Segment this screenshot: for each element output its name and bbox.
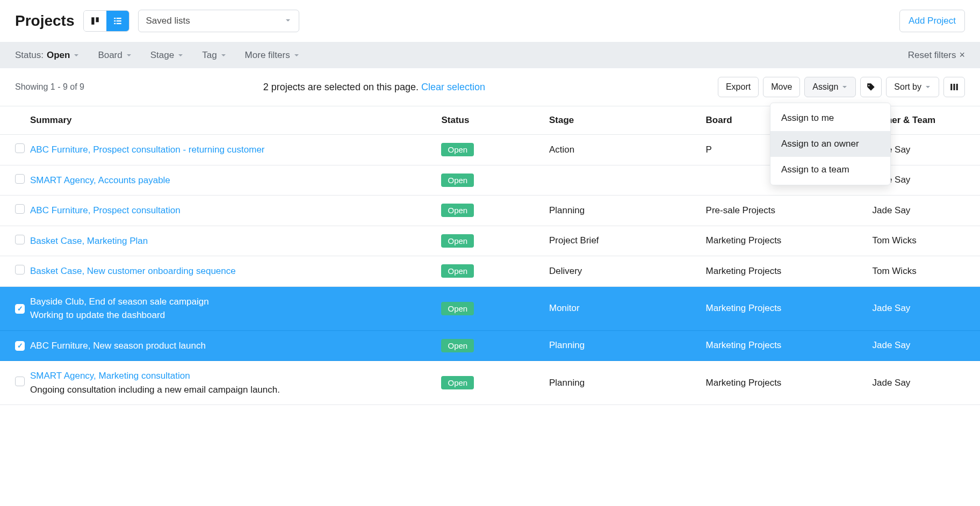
selection-count-text: 2 projects are selected on this page. [263,82,419,92]
project-summary-link[interactable]: ABC Furniture, Prospect consultation - r… [30,143,436,157]
col-stage[interactable]: Stage [549,106,706,135]
move-button[interactable]: Move [763,77,800,97]
table-row[interactable]: Bayside Club, End of season sale campaig… [0,286,980,330]
assign-label: Assign [812,82,838,92]
assign-to-team[interactable]: Assign to a team [770,157,890,183]
svg-rect-1 [96,17,98,22]
filter-more[interactable]: More filters [245,50,300,61]
project-summary-link[interactable]: SMART Agency, Accounts payable [30,174,436,187]
table-row[interactable]: ABC Furniture, New season product launch… [0,330,980,361]
svg-rect-2 [114,18,116,19]
cell-owner: Jade Say [872,196,980,226]
saved-lists-label: Saved lists [146,16,190,26]
export-button[interactable]: Export [718,77,759,97]
status-badge: Open [441,234,474,248]
board-icon [90,16,100,26]
cell-board: Pre-sale Projects [706,196,873,226]
status-badge: Open [441,204,474,217]
chevron-down-icon [126,52,132,59]
chevron-down-icon [841,84,848,90]
list-view-button[interactable] [106,11,129,31]
svg-rect-0 [91,17,94,25]
svg-rect-10 [956,84,958,90]
row-checkbox[interactable] [15,341,25,351]
project-summary-link[interactable]: SMART Agency, Marketing consultation [30,369,436,383]
project-summary-link[interactable]: Basket Case, Marketing Plan [30,234,436,248]
filter-bar: Status: Open Board Stage Tag More filter… [0,42,980,68]
row-checkbox[interactable] [15,377,25,386]
assign-to-me[interactable]: Assign to me [770,105,890,131]
add-project-button[interactable]: Add Project [899,10,965,32]
filter-status[interactable]: Status: Open [15,50,80,61]
col-summary[interactable]: Summary [30,106,441,135]
list-toolbar: Showing 1 - 9 of 9 2 projects are select… [0,68,980,106]
filter-board[interactable]: Board [98,50,132,61]
cell-owner: Jade Say [872,361,980,405]
action-buttons: Export Move Assign Sort by Assign to me … [718,77,965,97]
cell-stage [549,165,706,196]
tag-icon [866,82,876,92]
table-row[interactable]: SMART Agency, Marketing consultationOngo… [0,361,980,405]
columns-button[interactable] [943,77,965,97]
svg-rect-3 [116,18,121,19]
cell-stage: Project Brief [549,226,706,256]
row-checkbox[interactable] [15,235,25,244]
table-row[interactable]: Basket Case, New customer onboarding seq… [0,256,980,287]
assign-to-owner[interactable]: Assign to an owner [770,131,890,157]
sort-button[interactable]: Sort by [886,77,939,97]
row-checkbox[interactable] [15,265,25,274]
row-checkbox[interactable] [15,204,25,214]
filter-status-label: Status: [15,50,44,61]
svg-rect-5 [116,20,121,21]
chevron-down-icon [293,52,300,59]
filter-tag[interactable]: Tag [202,50,226,61]
close-icon: × [959,49,965,61]
project-summary-link[interactable]: ABC Furniture, New season product launch [30,339,436,353]
row-checkbox[interactable] [15,304,25,314]
filter-more-label: More filters [245,50,290,61]
status-badge: Open [441,376,474,389]
saved-lists-dropdown[interactable]: Saved lists [138,10,299,32]
project-summary-link[interactable]: ABC Furniture, Prospect consultation [30,204,436,218]
cell-owner: Tom Wicks [872,256,980,287]
cell-board: Marketing Projects [706,256,873,287]
assign-button[interactable]: Assign [804,77,856,97]
cell-stage: Action [549,135,706,165]
page-title: Projects [15,12,75,30]
view-toggle [83,10,129,32]
filter-board-label: Board [98,50,122,61]
cell-stage: Planning [549,196,706,226]
svg-rect-7 [116,23,121,24]
cell-owner: Jade Say [872,330,980,361]
cell-board: Marketing Projects [706,330,873,361]
reset-filters-button[interactable]: Reset filters × [908,49,965,61]
row-checkbox[interactable] [15,143,25,153]
col-status[interactable]: Status [441,106,549,135]
filter-stage-label: Stage [150,50,174,61]
col-check [0,106,30,135]
project-summary-link[interactable]: Basket Case, New customer onboarding seq… [30,264,436,278]
status-badge: Open [441,339,474,352]
sort-label: Sort by [894,82,921,92]
clear-selection-link[interactable]: Clear selection [421,82,485,92]
cell-board: Marketing Projects [706,286,873,330]
cell-owner: Jade Say [872,286,980,330]
row-checkbox[interactable] [15,174,25,184]
cell-board: Marketing Projects [706,226,873,256]
chevron-down-icon [220,52,227,59]
filter-stage[interactable]: Stage [150,50,184,61]
selection-message: 2 projects are selected on this page. Cl… [37,82,711,93]
table-row[interactable]: Basket Case, Marketing PlanOpenProject B… [0,226,980,256]
page-header: Projects Saved lists Add Project [0,0,980,42]
project-summary-link[interactable]: Bayside Club, End of season sale campaig… [30,295,436,309]
cell-stage: Delivery [549,256,706,287]
board-view-button[interactable] [84,11,106,31]
svg-rect-6 [114,23,116,24]
list-icon [113,16,122,26]
columns-icon [949,82,959,92]
tag-button[interactable] [860,77,882,97]
table-row[interactable]: ABC Furniture, Prospect consultationOpen… [0,196,980,226]
svg-rect-4 [114,20,116,21]
filter-status-value: Open [47,50,70,61]
status-badge: Open [441,143,474,156]
